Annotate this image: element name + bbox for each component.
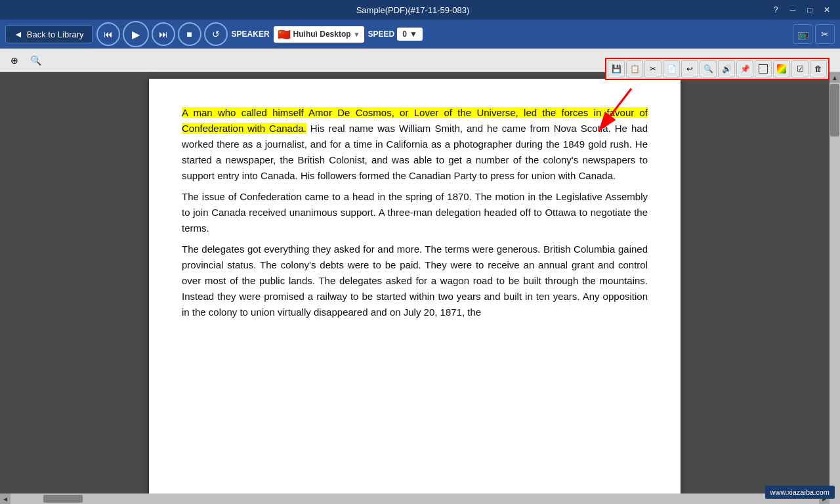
tts-ann-button[interactable]: 🔊 [718, 60, 735, 77]
pin-icon: 📌 [740, 64, 750, 74]
paste-icon: 📄 [667, 64, 677, 74]
speed-dropdown[interactable]: 0 ▼ [397, 28, 423, 41]
window-controls: ? ─ □ ✕ [768, 3, 835, 16]
speaker-name: Huihuì Desktop [293, 30, 351, 39]
horizontal-scrollbar[interactable]: ◄ ► [0, 494, 830, 504]
repeat-icon: ↺ [212, 29, 220, 39]
copy-ann-button[interactable]: 📋 [626, 60, 643, 77]
prev-button[interactable]: ⏮ [96, 22, 120, 46]
watermark: www.xiazaiba.com [765, 486, 835, 499]
save-icon: 💾 [612, 64, 621, 74]
search-ann-button[interactable]: 🔍 [700, 60, 717, 77]
speaker-section: SPEAKER 🇨🇳 Huihuì Desktop ▼ [232, 26, 364, 43]
frame-ann-button[interactable] [755, 60, 772, 77]
vertical-scrollbar[interactable]: ▲ [830, 72, 840, 504]
prev-icon: ⏮ [104, 29, 113, 39]
color-ann-button[interactable] [773, 60, 790, 77]
pdf-paragraph-3: The delegates got everything they asked … [182, 242, 648, 320]
pin-ann-button[interactable]: 📌 [736, 60, 753, 77]
annotation-toolbar: 💾 📋 ✂ 📄 ↩ 🔍 🔊 📌 ☑ [605, 58, 830, 80]
repeat-button[interactable]: ↺ [204, 22, 228, 46]
scroll-thumb[interactable] [830, 84, 839, 136]
screen-reader-button[interactable]: 📺 [793, 24, 812, 44]
undo-ann-button[interactable]: ↩ [681, 60, 698, 77]
text-search-button[interactable]: 🔍 [26, 51, 45, 70]
back-arrow-icon: ◄ [14, 29, 23, 39]
pdf-paragraph-2: The issue of Confederation came to a hea… [182, 189, 648, 236]
horizontal-scroll-thumb[interactable] [43, 495, 83, 503]
speed-dropdown-arrow: ▼ [410, 30, 417, 39]
next-button[interactable]: ⏭ [152, 22, 175, 46]
scissors-icon: ✂ [650, 64, 656, 74]
frame-icon [759, 64, 768, 74]
checkbox-ann-button[interactable]: ☑ [791, 60, 808, 77]
search-icon: 🔍 [704, 64, 713, 74]
speed-label: SPEED [368, 30, 395, 39]
speaker-dropdown[interactable]: 🇨🇳 Huihuì Desktop ▼ [274, 26, 364, 43]
stop-button[interactable]: ■ [178, 22, 201, 46]
playback-controls: ⏮ ▶ ⏭ ■ ↺ [96, 21, 228, 47]
play-icon: ▶ [132, 28, 140, 41]
secondary-toolbar: ⊕ 🔍 💾 📋 ✂ 📄 ↩ 🔍 🔊 📌 [0, 49, 840, 72]
close-button[interactable]: ✕ [819, 3, 835, 16]
pdf-page: A man who called himself Amor De Cosmos,… [149, 79, 681, 497]
window-title: Sample(PDF)(#17-11-59-083) [58, 5, 768, 15]
main-toolbar: ◄ Back to Library ⏮ ▶ ⏭ ■ ↺ SPEAKER 🇨🇳 H… [0, 20, 840, 49]
screen-reader-icon: 📺 [797, 29, 808, 39]
text-search-icon: 🔍 [30, 55, 41, 66]
help-button[interactable]: ? [768, 3, 784, 16]
flag-icon: 🇨🇳 [278, 28, 291, 41]
pdf-paragraph-1: A man who called himself Amor De Cosmos,… [182, 105, 648, 184]
minimize-button[interactable]: ─ [785, 3, 801, 16]
stop-icon: ■ [186, 29, 192, 39]
tools-button[interactable]: ✂ [815, 24, 835, 44]
pdf-container[interactable]: A man who called himself Amor De Cosmos,… [0, 72, 830, 504]
speaker-label: SPEAKER [232, 30, 270, 39]
watermark-text: www.xiazaiba.com [770, 488, 830, 496]
color-icon [777, 64, 786, 74]
undo-icon: ↩ [686, 64, 693, 74]
zoom-select-button[interactable]: ⊕ [5, 51, 24, 70]
save-ann-button[interactable]: 💾 [608, 60, 625, 77]
copy-icon: 📋 [630, 64, 640, 74]
tools-icon: ✂ [821, 29, 829, 39]
delete-ann-button[interactable]: 🗑 [810, 60, 827, 77]
cut-ann-button[interactable]: ✂ [644, 60, 662, 77]
dropdown-arrow-icon: ▼ [354, 31, 360, 38]
scroll-up-arrow[interactable]: ▲ [830, 72, 840, 83]
content-area: A man who called himself Amor De Cosmos,… [0, 72, 840, 504]
right-toolbar-icons: 📺 ✂ [793, 24, 835, 44]
play-button[interactable]: ▶ [123, 21, 149, 47]
paste-ann-button[interactable]: 📄 [663, 60, 680, 77]
back-to-library-button[interactable]: ◄ Back to Library [5, 25, 93, 43]
back-button-label: Back to Library [27, 30, 84, 39]
scroll-left-arrow[interactable]: ◄ [0, 494, 10, 504]
speed-value: 0 [402, 30, 407, 39]
maximize-button[interactable]: □ [802, 3, 818, 16]
zoom-select-icon: ⊕ [10, 55, 18, 66]
title-bar: Sample(PDF)(#17-11-59-083) ? ─ □ ✕ [0, 0, 840, 20]
tts-icon: 🔊 [722, 64, 732, 74]
checkbox-icon: ☑ [797, 64, 804, 74]
speed-section: SPEED 0 ▼ [368, 28, 423, 41]
next-icon: ⏭ [159, 29, 168, 39]
delete-icon: 🗑 [814, 64, 822, 74]
